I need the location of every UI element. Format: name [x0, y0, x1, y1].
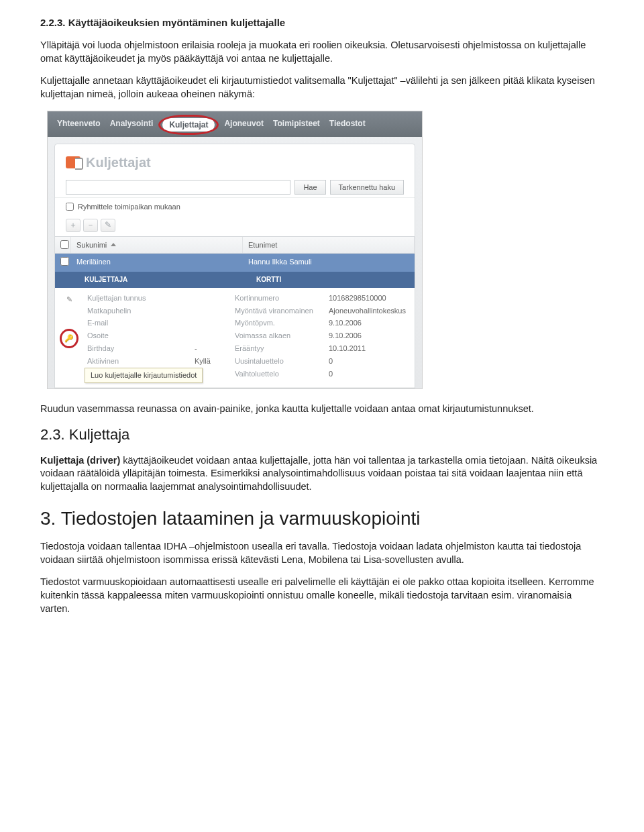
group-by-label: Ryhmittele toimipaikan mukaan [78, 202, 180, 212]
group-by-checkbox[interactable] [66, 203, 74, 211]
lbl-myontopvm: Myöntöpvm. [231, 317, 325, 329]
lbl-osoite: Osoite [83, 329, 191, 342]
para-3-2: Tiedostot varmuuskopioidaan automaattise… [40, 576, 604, 615]
val-myontopvm: 9.10.2006 [325, 317, 415, 329]
tab-toimipisteet[interactable]: Toimipisteet [273, 118, 320, 132]
val-aktiivinen: Kyllä [191, 355, 231, 368]
search-input[interactable] [66, 180, 290, 195]
val-voimassa: 9.10.2006 [325, 329, 415, 342]
tab-kuljettajat-label: Kuljettajat [169, 120, 208, 129]
val-kortinnumero: 10168298510000 [325, 292, 415, 305]
val-birthday: - [191, 342, 231, 355]
pencil-icon[interactable]: ✎ [64, 295, 74, 305]
val-eraantyy: 10.10.2011 [325, 342, 415, 355]
val-uusinta: 0 [325, 355, 415, 368]
heading-23: 2.3. Kuljettaja [40, 425, 604, 445]
para-223-1: Ylläpitäjä voi luoda ohjelmistoon erilai… [40, 39, 604, 65]
lbl-voimassa: Voimassa alkaen [231, 329, 325, 342]
heading-3: 3. Tiedostojen lataaminen ja varmuuskopi… [40, 506, 604, 531]
search-row: Hae Tarkennettu haku [55, 180, 415, 197]
val-tunnus [191, 292, 231, 305]
para-223-after: Ruudun vasemmassa reunassa on avain-pain… [40, 403, 604, 416]
detail-panel: ✎ 🔑 Kuljettajan tunnus Kortinnumero 1016… [55, 288, 415, 388]
group-by-row: Ryhmittele toimipaikan mukaan [55, 197, 415, 216]
key-icon: 🔑 [64, 334, 74, 342]
edit-button[interactable]: ✎ [101, 219, 115, 232]
search-button[interactable]: Hae [294, 180, 325, 195]
col-sukunimi[interactable]: Sukunimi [71, 237, 243, 254]
advanced-search-button[interactable]: Tarkennettu haku [330, 180, 404, 195]
lbl-uusinta: Uusintaluettelo [231, 355, 325, 368]
subheader-right: KORTTI [243, 272, 415, 288]
row-checkbox[interactable] [60, 257, 69, 266]
lbl-eraantyy: Erääntyy [231, 342, 325, 355]
grid-header-checkbox-cell [55, 237, 71, 254]
val-osoite [191, 329, 231, 342]
grid-header: Sukunimi Etunimet [55, 236, 415, 254]
sort-asc-icon [111, 243, 116, 246]
key-button[interactable]: 🔑 [64, 333, 74, 344]
panel-title: Kuljettajat [55, 144, 415, 180]
para-223-2: Kuljettajalle annetaan käyttäjäoikeudet … [40, 74, 604, 101]
row-checkbox-cell [55, 254, 71, 272]
select-all-checkbox[interactable] [60, 240, 69, 249]
tab-tiedostot[interactable]: Tiedostot [329, 118, 366, 132]
val-myontava: Ajoneuvohallintokeskus [325, 305, 415, 317]
screenshot-kuljettajat: Yhteenveto Analysointi Kuljettajat Ajone… [47, 111, 423, 389]
table-row[interactable]: Meriläinen Hannu Ilkka Samuli [55, 254, 415, 272]
subheader-left: KULJETTAJA [71, 272, 243, 288]
lbl-birthday: Birthday [83, 342, 191, 355]
panel-title-text: Kuljettajat [86, 154, 151, 172]
detail-subheader: KULJETTAJA KORTTI [55, 272, 415, 288]
lbl-matkapuhelin: Matkapuhelin [83, 305, 191, 317]
lbl-vaihto: Vaihtoluettelo [231, 368, 325, 380]
lbl-myontava: Myöntävä viranomainen [231, 305, 325, 317]
icon-bar: ＋ － ✎ [55, 216, 415, 236]
lbl-email: E-mail [83, 317, 191, 329]
para-23-1: Kuljettaja (driver) käyttäjäoikeudet voi… [40, 454, 604, 494]
para-23-rest: käyttäjäoikeudet voidaan antaa kuljettaj… [40, 455, 597, 492]
remove-button[interactable]: － [83, 219, 98, 232]
lbl-kortinnumero: Kortinnumero [231, 292, 325, 305]
col-sukunimi-label: Sukunimi [76, 240, 107, 250]
val-email [191, 317, 231, 329]
row-surname: Meriläinen [71, 254, 243, 272]
val-matkapuhelin [191, 305, 231, 317]
tab-bar: Yhteenveto Analysointi Kuljettajat Ajone… [48, 111, 422, 137]
lbl-aktiivinen: Aktiivinen [83, 355, 191, 368]
tab-kuljettajat[interactable]: Kuljettajat [162, 118, 215, 132]
panel-kuljettajat: Kuljettajat Hae Tarkennettu haku Ryhmitt… [54, 144, 415, 388]
heading-223: 2.2.3. Käyttäjäoikeuksien myöntäminen ku… [40, 16, 604, 30]
para-3-1: Tiedostoja voidaan tallentaa IDHA –ohjel… [40, 540, 604, 566]
col-etunimet[interactable]: Etunimet [243, 237, 415, 254]
add-button[interactable]: ＋ [66, 219, 80, 232]
tooltip-create-login: Luo kuljettajalle kirjautumistiedot [85, 368, 203, 383]
para-23-bold: Kuljettaja (driver) [40, 455, 120, 466]
lbl-tunnus: Kuljettajan tunnus [83, 292, 191, 305]
row-firstnames: Hannu Ilkka Samuli [243, 254, 415, 272]
tab-yhteenveto[interactable]: Yhteenveto [57, 118, 101, 132]
val-vaihto: 0 [325, 368, 415, 380]
tab-ajoneuvot[interactable]: Ajoneuvot [224, 118, 264, 132]
tab-analysointi[interactable]: Analysointi [110, 118, 154, 132]
detail-side-icons: ✎ 🔑 [55, 292, 83, 380]
people-icon [66, 156, 80, 168]
